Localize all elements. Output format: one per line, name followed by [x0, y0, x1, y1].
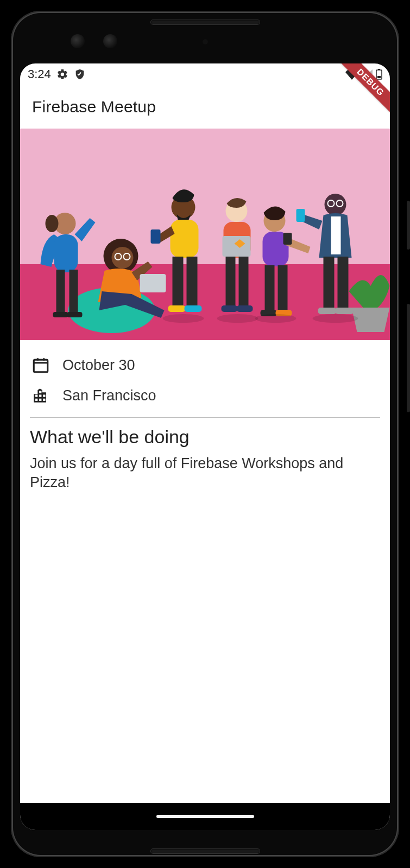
phone-frame: 3:24 DEBUG — [0, 0, 410, 868]
hero-image — [20, 129, 390, 340]
svg-rect-32 — [283, 233, 292, 245]
gear-icon — [56, 68, 68, 80]
svg-rect-43 — [338, 257, 349, 309]
svg-point-49 — [313, 314, 358, 323]
svg-rect-18 — [151, 229, 161, 244]
section-body: Join us for a day full of Firebase Works… — [30, 454, 380, 492]
divider — [30, 417, 380, 418]
status-bar-left: 3:24 — [28, 67, 86, 81]
svg-rect-9 — [53, 312, 68, 317]
content-area: October 30 San Francisco What we'll be d… — [20, 340, 390, 492]
svg-rect-21 — [168, 305, 186, 312]
power-button — [407, 201, 410, 250]
battery-icon — [376, 69, 382, 80]
svg-rect-44 — [318, 308, 337, 314]
svg-rect-27 — [239, 257, 249, 307]
svg-rect-28 — [222, 305, 238, 312]
status-bar: 3:24 DEBUG — [20, 63, 390, 85]
svg-rect-7 — [56, 270, 65, 313]
svg-rect-22 — [185, 305, 202, 312]
svg-rect-42 — [324, 257, 335, 309]
svg-point-47 — [217, 314, 258, 323]
home-gesture-icon[interactable] — [156, 815, 254, 818]
svg-point-5 — [46, 215, 59, 232]
svg-rect-25 — [223, 236, 251, 257]
svg-rect-41 — [297, 209, 305, 222]
svg-rect-20 — [187, 257, 198, 307]
event-location-text: San Francisco — [62, 387, 156, 404]
city-icon — [31, 386, 51, 405]
calendar-icon — [31, 355, 51, 375]
sensor-icon — [203, 39, 208, 44]
svg-rect-6 — [54, 234, 78, 272]
svg-rect-45 — [336, 308, 354, 314]
page-title: Firebase Meetup — [32, 98, 156, 116]
volume-button — [407, 304, 410, 412]
clock-text: 3:24 — [28, 67, 51, 81]
svg-rect-26 — [226, 257, 236, 307]
people-illustration-icon — [20, 129, 390, 340]
screen: 3:24 DEBUG — [20, 63, 390, 830]
svg-rect-40 — [331, 216, 341, 254]
front-camera-icon — [103, 34, 117, 48]
phone-speaker-bottom — [151, 849, 260, 853]
app-bar: Firebase Meetup — [20, 85, 390, 129]
svg-rect-8 — [70, 270, 78, 313]
event-location-row: San Francisco — [30, 380, 380, 411]
phone-speaker-top — [151, 20, 260, 24]
svg-rect-15 — [140, 274, 166, 292]
svg-rect-33 — [265, 265, 275, 311]
svg-rect-29 — [237, 305, 253, 312]
svg-rect-17 — [171, 220, 199, 258]
svg-rect-50 — [34, 360, 48, 372]
event-date-text: October 30 — [62, 357, 135, 374]
svg-point-48 — [255, 314, 297, 323]
svg-rect-19 — [173, 257, 184, 307]
svg-rect-2 — [377, 76, 381, 78]
shield-icon — [74, 68, 86, 80]
system-nav-bar[interactable] — [20, 803, 390, 830]
section-heading: What we'll be doing — [30, 426, 380, 448]
svg-point-46 — [163, 314, 204, 323]
svg-rect-10 — [67, 312, 83, 317]
svg-rect-34 — [278, 265, 288, 311]
event-date-row: October 30 — [30, 350, 380, 380]
front-camera-icon — [71, 34, 85, 48]
